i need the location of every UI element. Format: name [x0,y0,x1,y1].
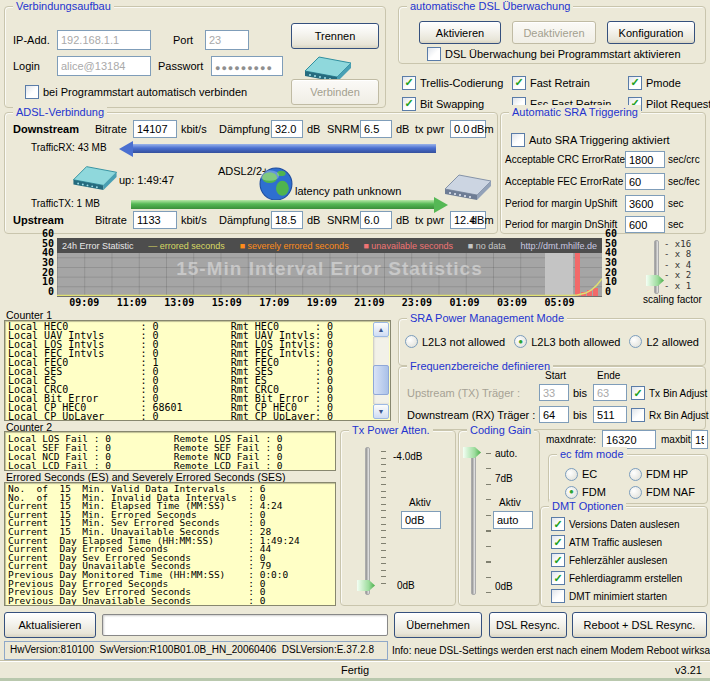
passwort-field [211,56,283,76]
dmt-optionen-group: DMT Optionen ✓Versions Daten auslesen ✓A… [540,506,708,607]
dnshift-label: Period for margin DnShift [505,219,617,230]
sra-triggering-title: Automatic SRA Triggering [509,105,641,119]
passwort-label: Passwort [158,60,203,72]
rx-bin-adjust-checkbox[interactable]: Rx Bin Adjust [631,408,708,422]
downstream-label: Downstream [13,123,79,135]
snrm-label: SNRM [327,214,359,226]
crc-errorrate-field[interactable] [625,151,665,168]
scaling-slider-thumb[interactable] [646,275,664,286]
coding-gain-slider-track[interactable] [471,447,476,595]
scaling-tick-label: - x 1 [664,281,691,291]
reboot-info-text: Info: neue DSL-Settings werden erst nach… [392,645,710,656]
x-axis-tick: 15:09 [212,297,242,308]
tx-power-slider-track[interactable] [365,447,370,595]
radio-icon: ● [565,486,578,499]
counter1-scrollbar[interactable]: ▲ ▼ [373,322,389,419]
radio-fdm-naf[interactable]: FDM NAF [629,486,695,499]
scroll-thumb[interactable] [373,365,389,395]
txpwr-label: tx pwr [415,123,444,135]
sra-power-options: L2L3 not allowed ●L2L3 both allowed L2 a… [405,335,699,348]
upstream-label: Upstream [13,214,64,226]
status-text: Fertig [0,664,710,676]
checkbox-fehlerdiagramm[interactable]: ✓Fehlerdiagramm erstellen [551,571,682,585]
coding-gain-mid-label: 7dB [495,473,513,484]
upstream-daempfung-field [271,211,303,229]
autoconnect-checkbox[interactable]: bei Programmstart automatisch verbinden [25,85,247,99]
auto-sra-checkbox[interactable]: Auto SRA Triggering aktiviert [511,133,670,147]
fec-errorrate-field[interactable] [625,173,665,190]
ec-fdm-group: ec fdm mode EC FDM HP ●FDM FDM NAF [548,454,708,504]
scroll-down-icon[interactable]: ▼ [373,404,389,419]
coding-gain-slider-thumb[interactable] [463,447,481,458]
downstream-ende-field[interactable] [593,406,627,423]
dsl-resync-button[interactable]: DSL Resync. [489,612,567,638]
konfiguration-button[interactable]: Konfiguration [607,21,695,44]
checkbox-icon: ✓ [551,571,565,585]
uebernehmen-button[interactable]: Übernehmen [394,612,482,638]
checkbox-atm-traffic[interactable]: ✓ATM Traffic auslesen [551,535,682,549]
x-axis-tick: 13:09 [164,297,194,308]
downstream-snrm-field [360,120,392,138]
dnshift-unit: sec [668,219,684,230]
bitrate-label: Bitrate [95,123,127,135]
daempfung-label: Dämpfung [219,123,270,135]
downstream-daempfung-field [271,120,303,138]
coding-gain-slider-ticks [486,453,491,593]
dbm-unit: dBm [471,123,494,135]
radio-l2l3-not-allowed[interactable]: L2L3 not allowed [405,335,505,348]
ueberwachung-autostart-checkbox[interactable]: DSL Überwachung bei Programmstart aktivi… [427,47,681,61]
dsl-ueberwachung-group: automatische DSL Überwachung Aktivieren … [398,6,706,64]
downstream-start-field[interactable] [539,406,569,423]
downstream-traeger-label: Downstream (RX) Träger : [407,409,535,421]
scaling-tick-label: - x16 [664,239,691,249]
upstream-traeger-label: Upstream (TX) Träger : [407,387,520,399]
tx-power-top-label: -4.0dB [393,451,422,462]
uptime-label: up: 1:49:47 [119,174,174,186]
reboot-dsl-resync-button[interactable]: Reboot + DSL Resync. [572,612,707,638]
tx-bin-adjust-checkbox[interactable]: ✓ Tx Bin Adjust [631,386,707,400]
globe-icon [259,167,293,203]
radio-fdm-hp[interactable]: FDM HP [629,468,695,481]
radio-l2-allowed[interactable]: L2 allowed [629,335,699,348]
radio-l2l3-both-allowed[interactable]: ●L2L3 both allowed [514,335,620,348]
x-axis-tick: 19:09 [307,297,337,308]
aktivieren-button[interactable]: Aktivieren [419,21,501,44]
dmt-optionen-title: DMT Optionen [549,499,626,513]
chart-header: 24h Error Statistic — errored seconds ■ … [57,238,602,253]
x-axis-tick: 21:09 [354,297,384,308]
radio-ec[interactable]: EC [565,468,629,481]
aktualisieren-button[interactable]: Aktualisieren [4,612,96,638]
coding-gain-bottom-label: 0dB [495,581,513,592]
checkbox-pmode[interactable]: ✓Pmode [628,76,710,90]
counter1-console[interactable]: Local HEC0 : 0 Rmt HEC0 : 0 Local UAV In… [4,320,391,421]
db-unit: dB [307,214,320,226]
checkbox-trellis-codierung[interactable]: ✓Trellis-Codierung [402,76,512,90]
tx-power-slider-thumb[interactable] [357,580,375,591]
trennen-button[interactable]: Trennen [291,23,379,49]
scroll-up-icon[interactable]: ▲ [373,322,389,337]
y-axis-tick: 0 [28,286,54,297]
checkbox-bit-swapping[interactable]: ✓Bit Swapping [402,97,512,111]
radio-fdm[interactable]: ●FDM [565,486,629,499]
checkbox-icon [427,47,441,61]
coding-gain-aktiv-label: Aktiv [499,497,521,508]
checkbox-icon: ✓ [631,386,645,400]
checkbox-versions-daten[interactable]: ✓Versions Daten auslesen [551,517,682,531]
progress-bar [102,614,388,636]
upshift-field[interactable] [625,195,665,212]
radio-icon [629,486,642,499]
checkbox-dmt-minimiert[interactable]: DMT minimiert starten [551,589,682,603]
scaling-tick-label: - x 2 [664,270,691,280]
checkbox-icon: ✓ [551,535,565,549]
scroll-track[interactable] [373,337,389,404]
dnshift-field[interactable] [625,216,665,233]
checkbox-icon [631,408,645,422]
checkbox-icon: ✓ [402,97,416,111]
chart-title: 24h Error Statistic [62,241,134,251]
checkbox-fehlerzaehler[interactable]: ✓Fehlerzähler auslesen [551,553,682,567]
checkbox-fast-retrain[interactable]: ✓Fast Retrain [512,76,628,90]
login-field [57,56,151,76]
dmt-tool-window: Verbindungsaufbau IP-Add. Port Trennen L… [0,0,710,681]
legend-no-data: ■ no data [468,241,506,251]
maxbits-field[interactable] [691,430,708,449]
